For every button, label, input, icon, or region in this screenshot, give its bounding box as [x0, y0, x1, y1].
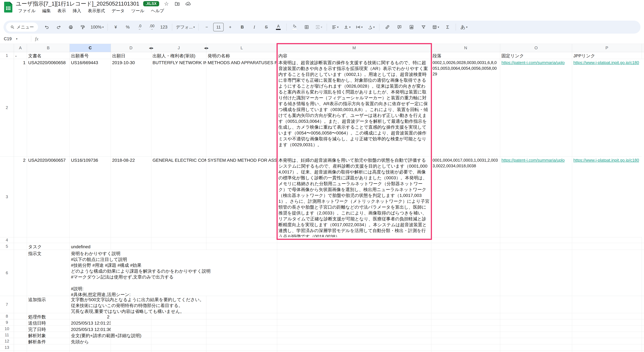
cell-P10[interactable] [572, 326, 642, 332]
column-header-L[interactable]: ▶L [206, 44, 277, 52]
zoom-select[interactable]: 100% ▾ [89, 22, 105, 32]
cell-O6[interactable] [500, 250, 572, 296]
column-header-D[interactable]: D◀ [111, 44, 151, 52]
column-header-O[interactable]: O [500, 44, 572, 52]
menu-edit[interactable]: 編集 [40, 7, 53, 14]
cell-P1[interactable]: JPPリンク [572, 52, 642, 59]
cell-P4[interactable] [572, 237, 642, 243]
cell-N14[interactable] [431, 351, 500, 352]
cell-A2[interactable]: 1 [14, 59, 27, 156]
search-menus-button[interactable]: メニュー [6, 22, 38, 32]
cell-O13[interactable] [500, 344, 572, 351]
cell-O8[interactable] [500, 313, 572, 319]
cell-A11[interactable] [14, 332, 27, 338]
cell-B9[interactable]: 送信日時 [27, 319, 70, 326]
font-family-select[interactable]: デフォ... ▾ [175, 22, 196, 32]
cell-D3[interactable]: 2018-08-22 [111, 156, 151, 237]
row-header-5[interactable]: 5 [0, 243, 14, 250]
cell-C13[interactable] [70, 344, 111, 351]
cell-C7[interactable]: 文字数が500文字以内となるように出力結果を要約してください。 従来技術にはない… [70, 296, 206, 313]
row-header-4[interactable]: 4 [0, 237, 14, 243]
menu-help[interactable]: ヘルプ [149, 7, 166, 14]
cell-P9[interactable] [572, 319, 642, 326]
horizontal-align-button[interactable]: ▾ [330, 22, 340, 32]
document-title[interactable]: ユーザ指示[7_1][1行1レコード]_20250521101301 [16, 0, 140, 8]
bold-button[interactable]: B [237, 22, 248, 32]
cell-N1[interactable]: 段落 [431, 52, 500, 59]
select-all-corner[interactable] [0, 44, 14, 52]
cell-N11[interactable] [431, 332, 500, 338]
redo-button[interactable] [53, 22, 64, 32]
cell-D10[interactable] [111, 326, 151, 332]
row-header-10[interactable]: 10 [0, 326, 14, 332]
cell-N10[interactable] [431, 326, 500, 332]
cell-J14[interactable] [151, 351, 206, 352]
cell-Q5[interactable] [642, 243, 644, 250]
cell-L9[interactable] [206, 319, 277, 326]
cell-M1[interactable]: 内容 [277, 52, 431, 59]
cell-A8[interactable] [14, 313, 27, 319]
cell-J3[interactable]: GENERAL ELECTRIC COMPANY [151, 156, 206, 237]
cell-M4[interactable] [277, 237, 431, 243]
cell-J11[interactable] [151, 332, 206, 338]
fill-color-button[interactable] [289, 22, 300, 32]
row-header-14[interactable] [0, 351, 14, 352]
font-size-input[interactable]: 11 [213, 23, 224, 31]
column-header-J[interactable]: ▶J◀ [151, 44, 206, 52]
cell-O2-link[interactable]: https://patent-i.com/summaria/uplo [500, 59, 572, 156]
cell-L3[interactable]: SYSTEM AND METHOD FOR ASSESSIN [206, 156, 277, 237]
hidden-columns-right-icon[interactable]: ▶ [152, 46, 154, 49]
hidden-columns-left-icon[interactable]: ◀ [204, 46, 206, 49]
row-header-11[interactable]: 11 [0, 332, 14, 338]
menu-insert[interactable]: 挿入 [70, 7, 84, 14]
cell-L14[interactable] [206, 351, 277, 352]
cell-B4[interactable] [27, 237, 70, 243]
cell-B3[interactable]: USA2020/0060657 [27, 156, 70, 237]
cell-O10[interactable] [500, 326, 572, 332]
cell-N3[interactable]: 0001,0004,0017,0003,1,0031,2,0033,0022,0… [431, 156, 500, 237]
cell-A9[interactable] [14, 319, 27, 326]
cell-L12[interactable] [206, 338, 277, 344]
cell-A4[interactable] [14, 237, 27, 243]
cell-O14[interactable] [500, 351, 572, 352]
menu-data[interactable]: データ [110, 7, 127, 14]
decrease-decimal-button[interactable]: .0← [134, 22, 146, 32]
cell-Q14[interactable] [642, 351, 644, 352]
cell-O7[interactable] [500, 296, 572, 313]
increase-font-size-button[interactable]: + [224, 22, 236, 32]
column-header-partial[interactable] [642, 44, 644, 52]
print-button[interactable] [65, 22, 76, 32]
borders-button[interactable] [301, 22, 312, 32]
cell-M8[interactable] [277, 313, 431, 319]
cell-Q4[interactable] [642, 237, 644, 243]
cell-C2[interactable]: US16/669443 [70, 59, 111, 156]
merge-cells-button[interactable]: ▾ [313, 22, 324, 32]
cell-P11[interactable] [572, 332, 642, 338]
row-header-7[interactable]: 7 [0, 296, 14, 313]
vertical-align-button[interactable]: ▾ [342, 22, 352, 32]
more-formats-button[interactable]: 123 [158, 22, 170, 32]
text-rotation-button[interactable]: A ▾ [366, 22, 377, 32]
cell-O9[interactable] [500, 319, 572, 326]
cell-N7[interactable] [431, 296, 500, 313]
cell-J8[interactable] [151, 313, 206, 319]
cell-A7[interactable] [14, 296, 27, 313]
cell-O4[interactable] [500, 237, 572, 243]
cell-A12[interactable] [14, 338, 27, 344]
cell-C11[interactable]: 全文(要約+請求の範囲+詳細な説明) [70, 332, 151, 338]
cell-L4[interactable] [206, 237, 277, 243]
cell-L1[interactable]: 発明の名称 [206, 52, 277, 59]
cell-J12[interactable] [151, 338, 206, 344]
move-folder-icon[interactable] [174, 0, 181, 7]
cell-M7[interactable] [277, 296, 431, 313]
cell-B6[interactable]: 指示文 [27, 250, 70, 296]
cell-J2[interactable]: BUTTERFLY NETWORK INC [151, 59, 206, 156]
italic-button[interactable]: I [249, 22, 260, 32]
cell-Q13[interactable] [642, 344, 644, 351]
currency-format-button[interactable]: ¥ [110, 22, 121, 32]
cell-P8[interactable] [572, 313, 642, 319]
cell-J1[interactable]: 出願人・権利者(筆頭) [151, 52, 206, 59]
cell-N5[interactable] [431, 243, 500, 250]
cell-L8[interactable] [206, 313, 277, 319]
cell-J5[interactable] [151, 243, 206, 250]
